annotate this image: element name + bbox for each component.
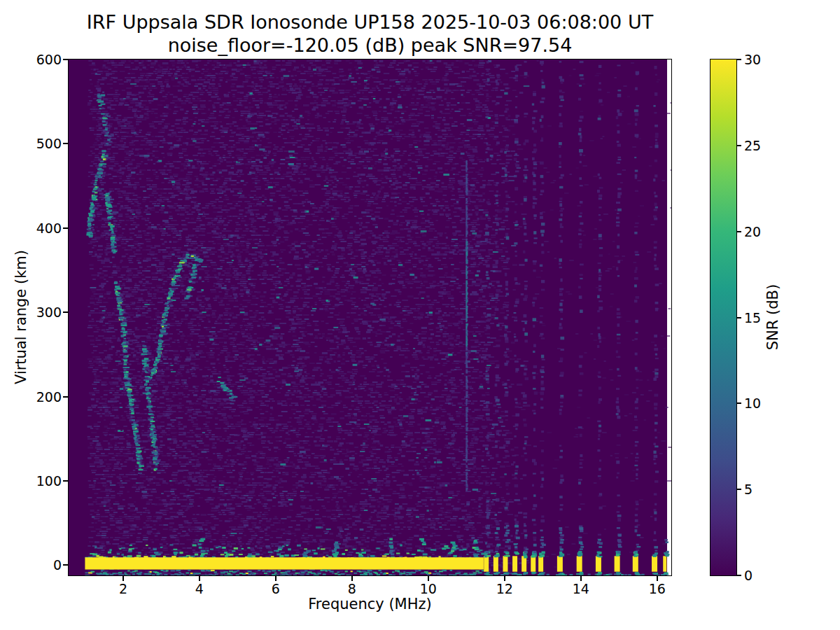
x-tick-label: 8 <box>331 581 373 596</box>
y-axis-label: Virtual range (km) <box>13 250 29 384</box>
y-tick-label: 100 <box>18 474 62 488</box>
figure-subtitle: noise_floor=-120.05 (dB) peak SNR=97.54 <box>68 34 672 56</box>
x-tick-label: 12 <box>484 581 526 596</box>
x-tick-mark <box>199 576 200 581</box>
x-tick-label: 6 <box>255 581 297 596</box>
y-tick-mark <box>63 227 68 229</box>
plot-area <box>68 59 672 576</box>
colorbar-tick-label: 10 <box>744 396 761 410</box>
x-tick-label: 2 <box>102 581 144 596</box>
y-tick-label: 500 <box>18 136 62 150</box>
x-tick-mark <box>504 576 505 581</box>
colorbar-tick-mark <box>737 317 741 318</box>
colorbar-tick-mark <box>737 575 741 576</box>
y-tick-mark <box>63 143 68 144</box>
y-tick-mark <box>63 396 68 398</box>
y-tick-label: 600 <box>18 52 62 66</box>
colorbar-tick-label: 0 <box>744 568 752 582</box>
y-tick-label: 200 <box>18 390 62 404</box>
x-tick-label: 14 <box>560 581 602 596</box>
y-tick-label: 0 <box>18 558 62 572</box>
colorbar-tick-mark <box>737 145 741 146</box>
colorbar-label: SNR (dB) <box>764 284 781 350</box>
colorbar-tick-label: 15 <box>744 311 761 325</box>
heatmap-canvas <box>69 59 671 575</box>
x-tick-mark <box>122 576 124 581</box>
ionogram-figure: IRF Uppsala SDR Ionosonde UP158 2025-10-… <box>0 0 840 630</box>
x-tick-label: 16 <box>636 581 678 596</box>
x-axis-label: Frequency (MHz) <box>68 596 672 612</box>
x-tick-mark <box>351 576 353 581</box>
y-tick-mark <box>63 59 68 60</box>
colorbar-gradient <box>710 59 736 575</box>
colorbar-tick-mark <box>737 231 741 232</box>
colorbar-tick-label: 5 <box>744 482 752 496</box>
x-tick-label: 10 <box>407 581 449 596</box>
x-tick-mark <box>657 576 658 581</box>
y-tick-label: 400 <box>18 221 62 235</box>
colorbar-tick-mark <box>737 489 741 490</box>
colorbar-tick-label: 30 <box>744 52 761 66</box>
colorbar-tick-label: 25 <box>744 139 761 153</box>
colorbar-tick-mark <box>737 59 741 60</box>
y-tick-mark <box>63 564 68 566</box>
colorbar-tick-label: 20 <box>744 225 761 239</box>
colorbar <box>710 59 737 576</box>
x-tick-label: 4 <box>178 581 220 596</box>
x-tick-mark <box>580 576 582 581</box>
y-tick-mark <box>63 312 68 313</box>
x-tick-mark <box>275 576 276 581</box>
x-tick-mark <box>428 576 429 581</box>
colorbar-tick-mark <box>737 402 741 404</box>
figure-title: IRF Uppsala SDR Ionosonde UP158 2025-10-… <box>68 11 672 33</box>
y-tick-mark <box>63 480 68 482</box>
